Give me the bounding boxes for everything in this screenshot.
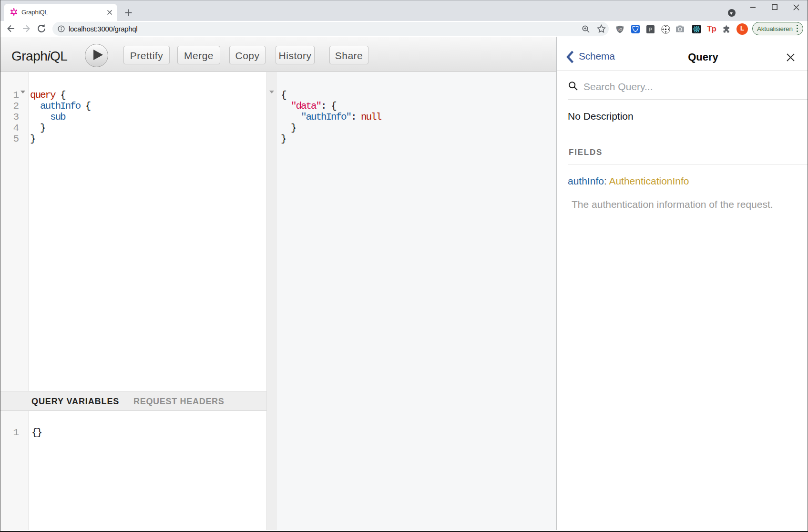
svg-text:P: P	[649, 27, 652, 32]
svg-text:uO: uO	[618, 28, 623, 31]
